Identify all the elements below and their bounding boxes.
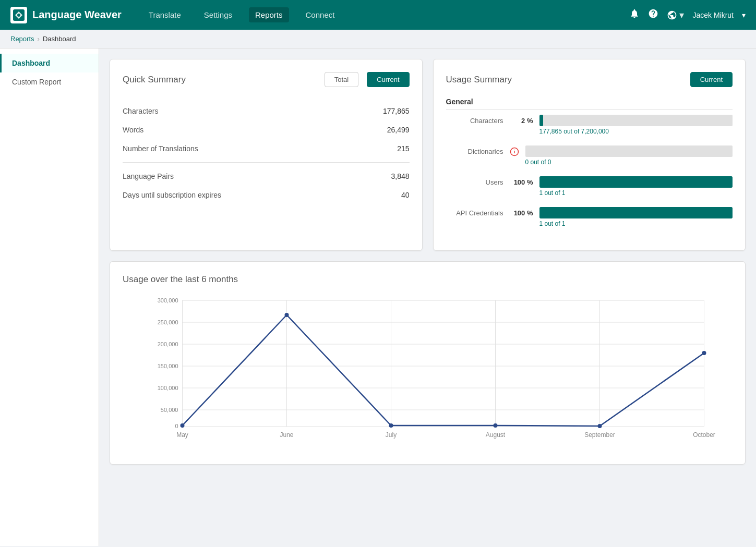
globe-chevron: ▾ [679,9,684,21]
bell-icon[interactable] [629,8,640,21]
breadcrumb-separator: › [38,35,40,43]
bar-track-users [539,176,733,188]
info-icon: i [510,147,519,156]
us-title: Usage Summary [446,75,512,85]
usage-label-users: Users [446,176,503,186]
qs-divider [123,162,410,163]
usage-label-api: API Credentials [446,207,503,217]
breadcrumb-parent[interactable]: Reports [10,35,34,43]
usage-label-characters: Characters [446,115,503,125]
brand-logo[interactable]: Language Weaver [10,7,122,23]
us-section-general: General [446,98,733,110]
qs-row-pairs: Language Pairs 3,848 [123,167,410,186]
qs-label-pairs: Language Pairs [123,172,174,180]
qs-row-characters: Characters 177,865 [123,102,410,120]
bar-sub-characters: 177,865 out of 7,200,000 [539,128,733,135]
bar-track-characters [539,115,733,126]
chart-title: Usage over the last 6 months [123,274,733,285]
usage-pct-users: 100 % [510,176,533,186]
bar-sub-api: 1 out of 1 [539,220,733,227]
user-chevron[interactable]: ▾ [742,11,746,19]
chart-point-may [181,423,185,428]
globe-button[interactable]: ▾ [667,9,684,21]
qs-value-translations: 215 [397,144,409,153]
sidebar-item-custom-report[interactable]: Custom Report [0,72,99,91]
navbar: Language Weaver Translate Settings Repor… [0,0,756,30]
chart-point-july [389,423,393,428]
usage-row-dictionaries: Dictionaries i 0 out of 0 [446,145,733,166]
qs-header: Quick Summary Total Current [123,72,410,87]
chart-point-august [494,423,498,428]
qs-row-days: Days until subscription expires 40 [123,186,410,204]
nav-connect[interactable]: Connect [299,7,341,22]
svg-text:June: June [280,431,293,439]
us-current-button[interactable]: Current [690,72,733,87]
svg-text:150,000: 150,000 [158,363,178,369]
nav-settings[interactable]: Settings [198,7,238,22]
usage-bar-characters: 177,865 out of 7,200,000 [539,115,733,135]
sidebar: Dashboard Custom Report [0,48,99,546]
qs-value-pairs: 3,848 [391,172,409,180]
usage-row-api: API Credentials 100 % 1 out of 1 [446,207,733,227]
nav-translate[interactable]: Translate [142,7,187,22]
bar-fill-characters [539,115,543,126]
breadcrumb-current: Dashboard [43,35,76,43]
chart-point-september [598,424,602,428]
qs-value-characters: 177,865 [383,107,410,115]
qs-row-translations: Number of Translations 215 [123,139,410,158]
svg-text:i: i [513,149,515,154]
help-icon[interactable] [648,8,658,21]
usage-row-characters: Characters 2 % 177,865 out of 7,200,000 [446,115,733,135]
bar-sub-users: 1 out of 1 [539,189,733,197]
main-content: Quick Summary Total Current Characters 1… [99,48,756,546]
chart-point-june [285,313,289,317]
cards-row: Quick Summary Total Current Characters 1… [110,59,746,251]
qs-value-words: 26,499 [387,126,410,134]
brand-icon [10,7,27,23]
chart-card: Usage over the last 6 months 300,000 250… [110,261,746,465]
qs-label-translations: Number of Translations [123,144,198,153]
us-header: Usage Summary Current [446,72,733,87]
sidebar-item-dashboard[interactable]: Dashboard [0,54,99,72]
qs-label-words: Words [123,126,143,134]
svg-text:August: August [486,431,506,439]
svg-text:October: October [693,431,715,439]
svg-text:50,000: 50,000 [161,407,178,413]
chart-point-october [702,351,706,355]
usage-bar-api: 1 out of 1 [539,207,733,227]
usage-bar-users: 1 out of 1 [539,176,733,197]
bar-track-dictionaries [525,145,733,157]
svg-text:200,000: 200,000 [158,341,178,347]
svg-text:100,000: 100,000 [158,385,178,391]
user-name[interactable]: Jacek Mikrut [692,11,734,19]
svg-text:May: May [176,431,188,439]
quick-summary-card: Quick Summary Total Current Characters 1… [110,59,423,251]
usage-row-users: Users 100 % 1 out of 1 [446,176,733,197]
usage-bar-dictionaries: 0 out of 0 [525,145,733,166]
usage-summary-card: Usage Summary Current General Characters… [433,59,746,251]
total-button[interactable]: Total [325,72,358,87]
brand-name: Language Weaver [32,9,122,21]
navbar-right: ▾ Jacek Mikrut ▾ [629,8,746,21]
qs-title: Quick Summary [123,75,186,85]
svg-text:250,000: 250,000 [158,319,178,325]
bar-fill-users [539,176,733,188]
qs-label-days: Days until subscription expires [123,191,221,199]
bar-track-api [539,207,733,218]
qs-row-words: Words 26,499 [123,120,410,139]
chart-line [183,315,704,426]
nav-reports[interactable]: Reports [249,7,289,22]
bar-sub-dictionaries: 0 out of 0 [525,159,733,166]
usage-pct-characters: 2 % [510,115,533,125]
svg-text:300,000: 300,000 [158,297,178,303]
breadcrumb: Reports › Dashboard [0,30,756,48]
current-button[interactable]: Current [367,72,409,87]
bar-fill-api [539,207,733,218]
svg-text:September: September [584,431,615,439]
svg-point-1 [17,14,20,17]
chart-svg: 300,000 250,000 200,000 150,000 100,000 … [123,295,733,452]
usage-label-dictionaries: Dictionaries [446,145,503,155]
chart-container: 300,000 250,000 200,000 150,000 100,000 … [123,295,733,452]
svg-text:0: 0 [175,423,178,429]
qs-value-days: 40 [401,191,410,199]
